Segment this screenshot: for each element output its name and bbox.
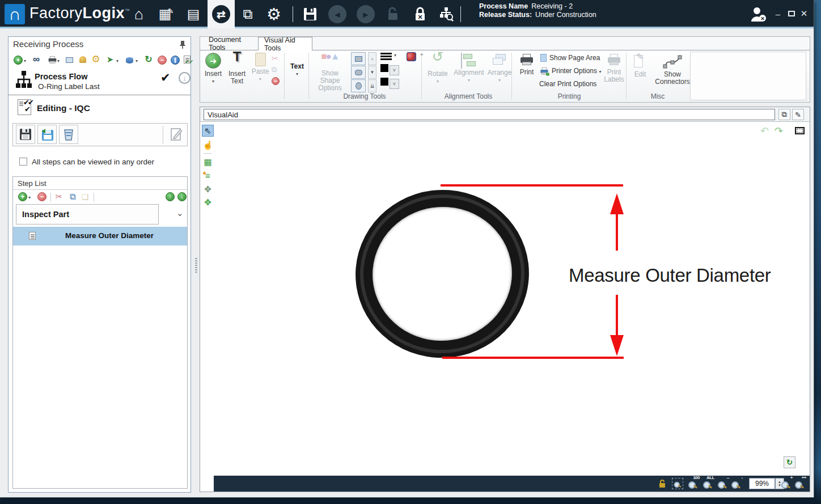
any-order-checkbox[interactable]	[19, 158, 27, 166]
add-icon[interactable]: +	[13, 55, 23, 65]
tab-visual-aid-tools[interactable]: Visual Aid Tools	[258, 37, 312, 50]
print-button[interactable]: Print	[515, 54, 538, 76]
zoom-fit-all-button[interactable]: ALL	[702, 478, 713, 489]
windows-documents-icon[interactable]: ⧉	[237, 3, 259, 25]
logout-user-icon[interactable]: ✕	[747, 3, 769, 25]
zoom-in-button[interactable]: +	[781, 478, 791, 489]
alignment-button[interactable]: Alignment ▾	[453, 53, 485, 84]
visual-aid-name-input[interactable]	[204, 109, 775, 120]
remove-step-icon[interactable]: −	[37, 192, 47, 202]
fill-color-picker[interactable]: ˅	[380, 78, 399, 89]
print-icon[interactable]	[46, 55, 56, 65]
show-shape-options-button[interactable]: ■●▲ Show Shape Options	[311, 53, 349, 92]
edit-visual-aid-button[interactable]: ✎	[792, 109, 804, 120]
redo-forward-icon[interactable]: ►	[355, 3, 376, 25]
copy-icon[interactable]: ⧉	[67, 192, 78, 202]
worksheet-edit-icon[interactable]: ▦✎	[155, 3, 177, 25]
undo-back-icon[interactable]: ◄	[327, 3, 348, 25]
presentation-icon[interactable]	[64, 55, 74, 65]
edit-button[interactable]: ✎ Edit	[629, 54, 651, 78]
materials-stack-icon[interactable]: ▤	[183, 3, 204, 25]
add-step-caret[interactable]: ▾	[28, 195, 31, 200]
paste-icon[interactable]: ❏	[80, 192, 90, 202]
refresh-icon[interactable]: ↻	[143, 54, 154, 64]
insert-text-button[interactable]: T Insert Text	[225, 53, 249, 85]
pin-icon[interactable]	[179, 40, 186, 49]
lock-zoom-icon[interactable]	[658, 479, 666, 490]
copy-icon[interactable]: ⧉	[272, 65, 277, 74]
paste-button[interactable]: Paste ▾	[250, 53, 270, 83]
grid-toggle-tool[interactable]: ▦	[202, 156, 214, 168]
visual-aid-canvas[interactable]: ⇖ ☝ ▦ ≡ ✥ ✥ ↶ ↷ Measure Outer Diameter	[200, 122, 810, 476]
dimension-shaft-top[interactable]	[616, 213, 618, 251]
zoom-out-button[interactable]: -	[731, 478, 741, 489]
select-move-tool[interactable]: ⇖	[202, 125, 214, 137]
deploy-icon[interactable]: ➤	[105, 54, 115, 65]
dimension-top-line[interactable]	[441, 184, 623, 187]
process-navigator-selected-tile[interactable]: ⇄	[208, 0, 235, 28]
delete-button[interactable]	[59, 125, 78, 144]
ellipse-tool[interactable]	[351, 79, 366, 92]
home-icon[interactable]: ⌂	[128, 3, 150, 25]
dimension-arrowhead-down[interactable]	[610, 335, 624, 356]
deploy-dropdown-caret[interactable]: ▾	[116, 58, 119, 63]
save-document-button[interactable]	[16, 125, 35, 144]
lock-cancel-icon[interactable]: ✕	[409, 3, 431, 25]
stroke-color-picker[interactable]: ˅	[380, 64, 399, 75]
shape-more[interactable]: ⇊	[368, 79, 376, 92]
cut-icon[interactable]: ✂	[272, 54, 278, 63]
step-row-selected[interactable]: Measure Outer Diameter	[13, 227, 187, 245]
unlock-icon[interactable]	[382, 3, 404, 25]
line-width-button[interactable]: ▾	[380, 53, 396, 63]
maximize-button[interactable]	[786, 8, 797, 19]
checklist-icon[interactable]: ✔✔	[182, 54, 192, 65]
add-dropdown-caret[interactable]: ▾	[24, 58, 26, 63]
save-icon[interactable]	[299, 3, 321, 25]
snap-lines-tool[interactable]: ≡	[202, 170, 214, 181]
printer-options-button[interactable]: ?Printer Options ▾	[539, 67, 601, 78]
confirm-check-icon[interactable]: ✔	[160, 71, 171, 84]
resize-anchor-tool[interactable]: ✥	[202, 183, 214, 195]
database-export-icon[interactable]	[124, 55, 134, 65]
annotation-text[interactable]: Measure Outer Diameter	[569, 265, 771, 286]
shape-style-button[interactable]: ▾	[407, 52, 422, 63]
minimize-button[interactable]: –	[772, 8, 784, 19]
remove-icon[interactable]: −	[272, 77, 280, 85]
step-group-header[interactable]: Inspect Part	[16, 204, 159, 225]
gear-gold-icon[interactable]: ⚙	[91, 54, 101, 64]
move-step-down-icon[interactable]: ↓	[177, 192, 187, 202]
print-dropdown-caret[interactable]: ▾	[57, 58, 60, 63]
panel-splitter-handle[interactable]	[195, 258, 197, 273]
add-step-icon[interactable]: +	[18, 192, 28, 202]
rounded-rectangle-tool[interactable]	[351, 66, 366, 79]
fullscreen-monitor-icon[interactable]	[795, 127, 805, 134]
rectangle-tool[interactable]	[351, 52, 366, 65]
show-page-area-button[interactable]: Show Page Area	[540, 54, 600, 62]
move-step-up-icon[interactable]: ↑	[165, 192, 175, 202]
rotate-button[interactable]: ↺ Rotate ▾	[425, 53, 451, 85]
collapse-down-icon[interactable]: ↓	[179, 72, 191, 84]
manage-visual-aids-button[interactable]: ⧉	[778, 109, 790, 120]
zoom-region-tool[interactable]	[672, 478, 683, 489]
clear-print-options-button[interactable]: Clear Print Options	[539, 80, 596, 88]
print-labels-button[interactable]: Print Labels	[602, 54, 627, 83]
oring-image[interactable]	[346, 180, 539, 367]
canvas-undo-icon[interactable]: ↶	[759, 125, 771, 137]
close-button[interactable]: ✕	[798, 8, 810, 19]
tab-document-tools[interactable]: Document Tools	[203, 37, 258, 50]
settings-gear-icon[interactable]: ⚙	[263, 3, 285, 25]
move-anchor-tool[interactable]: ✥	[202, 196, 214, 208]
text-button[interactable]: Text ▾	[286, 63, 308, 78]
find-binoculars-icon[interactable]: ∞	[31, 54, 41, 65]
dimension-shaft-bottom[interactable]	[616, 295, 618, 336]
cut-icon[interactable]: ✂	[54, 192, 64, 202]
dimension-arrowhead-up[interactable]	[610, 193, 624, 214]
process-search-icon[interactable]	[435, 3, 457, 25]
database-dropdown-caret[interactable]: ▾	[136, 58, 138, 63]
canvas-refresh-button[interactable]: ↻	[784, 456, 795, 468]
bell-icon[interactable]	[78, 54, 88, 65]
save-as-button[interactable]	[37, 125, 57, 144]
zoom-in-fast-button[interactable]: ++	[794, 478, 805, 489]
zoom-level-field[interactable]: 99%	[749, 478, 775, 489]
chevron-down-icon[interactable]: ⌄	[176, 208, 184, 218]
